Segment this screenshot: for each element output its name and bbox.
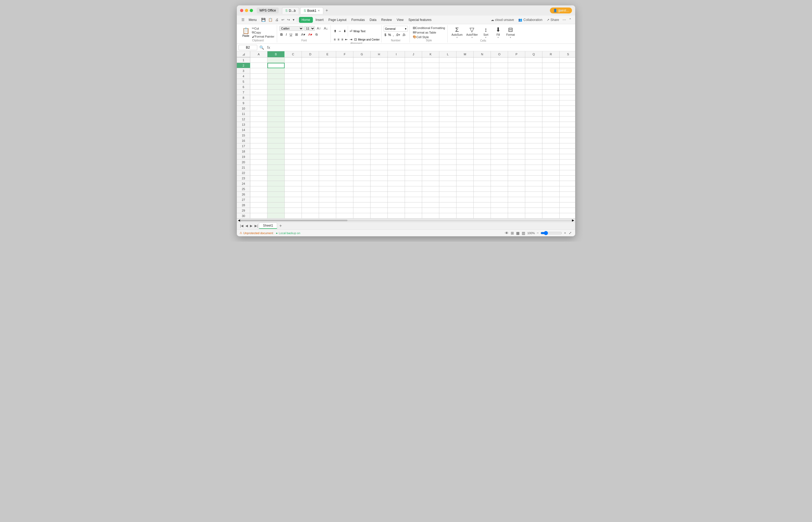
cell-R7[interactable] [543, 90, 560, 95]
cell-I12[interactable] [388, 117, 405, 122]
cell-C30[interactable] [285, 213, 302, 219]
row-header-25[interactable]: 25 [237, 186, 250, 192]
cell-P28[interactable] [508, 202, 525, 208]
menu-item-pagelayout[interactable]: Page Layout [326, 17, 348, 23]
cell-L1[interactable] [439, 58, 456, 63]
align-top-button[interactable]: ⬆ [333, 29, 337, 34]
cell-Q17[interactable] [525, 143, 543, 149]
cell-S9[interactable] [560, 100, 575, 106]
cell-D3[interactable] [302, 68, 319, 74]
cell-M10[interactable] [456, 106, 474, 111]
cell-N28[interactable] [474, 202, 491, 208]
next-sheet-button[interactable]: ▶ [249, 223, 253, 228]
cell-K18[interactable] [422, 149, 439, 154]
cell-O12[interactable] [491, 117, 508, 122]
cell-E22[interactable] [319, 170, 336, 176]
cell-I30[interactable] [388, 213, 405, 219]
cell-F23[interactable] [336, 176, 353, 181]
cell-I1[interactable] [388, 58, 405, 63]
cell-S11[interactable] [560, 111, 575, 117]
cell-C14[interactable] [285, 127, 302, 133]
cell-P30[interactable] [508, 213, 525, 219]
cell-E9[interactable] [319, 100, 336, 106]
cell-I15[interactable] [388, 133, 405, 138]
cell-L19[interactable] [439, 154, 456, 160]
cell-R14[interactable] [543, 127, 560, 133]
cell-D8[interactable] [302, 95, 319, 100]
format-painter-button[interactable]: 🖌 Format Painter [251, 35, 275, 38]
cell-B26[interactable] [267, 192, 285, 197]
cell-Q4[interactable] [525, 74, 543, 79]
cell-I28[interactable] [388, 202, 405, 208]
cell-O15[interactable] [491, 133, 508, 138]
cell-S24[interactable] [560, 181, 575, 186]
cell-O11[interactable] [491, 111, 508, 117]
cell-C26[interactable] [285, 192, 302, 197]
cell-R17[interactable] [543, 143, 560, 149]
autofilter-button[interactable]: ▽ AutoFilter ▾ [465, 26, 480, 39]
cell-L3[interactable] [439, 68, 456, 74]
cell-C5[interactable] [285, 79, 302, 84]
cell-E27[interactable] [319, 197, 336, 202]
cell-J3[interactable] [405, 68, 422, 74]
cell-P3[interactable] [508, 68, 525, 74]
col-header-P[interactable]: P [508, 51, 525, 57]
minimize-button[interactable] [245, 9, 248, 12]
cell-P22[interactable] [508, 170, 525, 176]
cell-I22[interactable] [388, 170, 405, 176]
cell-S17[interactable] [560, 143, 575, 149]
cell-N9[interactable] [474, 100, 491, 106]
cell-A27[interactable] [250, 197, 267, 202]
cell-N4[interactable] [474, 74, 491, 79]
cell-R8[interactable] [543, 95, 560, 100]
cell-P29[interactable] [508, 208, 525, 213]
cell-G17[interactable] [353, 143, 370, 149]
cell-F5[interactable] [336, 79, 353, 84]
cell-K24[interactable] [422, 181, 439, 186]
sheet-tab-sheet1[interactable]: Sheet1 [259, 223, 277, 229]
cell-F17[interactable] [336, 143, 353, 149]
row-header-10[interactable]: 10 [237, 106, 250, 111]
cell-B8[interactable] [267, 95, 285, 100]
fill-button[interactable]: ⬇ Fill ▾ [492, 26, 504, 39]
cell-Q6[interactable] [525, 84, 543, 90]
cell-J11[interactable] [405, 111, 422, 117]
cell-A18[interactable] [250, 149, 267, 154]
row-header-11[interactable]: 11 [237, 111, 250, 117]
cell-A9[interactable] [250, 100, 267, 106]
col-header-L[interactable]: L [439, 51, 456, 57]
cell-R2[interactable] [543, 63, 560, 68]
cell-D23[interactable] [302, 176, 319, 181]
cell-E25[interactable] [319, 186, 336, 192]
cell-H30[interactable] [370, 213, 388, 219]
cell-B24[interactable] [267, 181, 285, 186]
cell-A1[interactable] [250, 58, 267, 63]
cell-R23[interactable] [543, 176, 560, 181]
cell-A14[interactable] [250, 127, 267, 133]
cell-Q11[interactable] [525, 111, 543, 117]
cell-L7[interactable] [439, 90, 456, 95]
cell-L27[interactable] [439, 197, 456, 202]
cell-F29[interactable] [336, 208, 353, 213]
cell-F26[interactable] [336, 192, 353, 197]
cell-O5[interactable] [491, 79, 508, 84]
percent-button[interactable]: % [387, 33, 392, 37]
cell-J24[interactable] [405, 181, 422, 186]
cell-A5[interactable] [250, 79, 267, 84]
cell-D1[interactable] [302, 58, 319, 63]
cell-J15[interactable] [405, 133, 422, 138]
cell-J25[interactable] [405, 186, 422, 192]
cell-M11[interactable] [456, 111, 474, 117]
cell-R12[interactable] [543, 117, 560, 122]
page-view-icon[interactable]: ▥ [522, 231, 525, 235]
cell-Q24[interactable] [525, 181, 543, 186]
copy-button[interactable]: ⧉ Copy [251, 31, 275, 34]
cell-L28[interactable] [439, 202, 456, 208]
cell-A23[interactable] [250, 176, 267, 181]
increase-indent-button[interactable]: ⇥ [349, 37, 353, 42]
cell-O13[interactable] [491, 122, 508, 127]
cell-G25[interactable] [353, 186, 370, 192]
cell-I16[interactable] [388, 138, 405, 143]
cell-I7[interactable] [388, 90, 405, 95]
cell-K10[interactable] [422, 106, 439, 111]
